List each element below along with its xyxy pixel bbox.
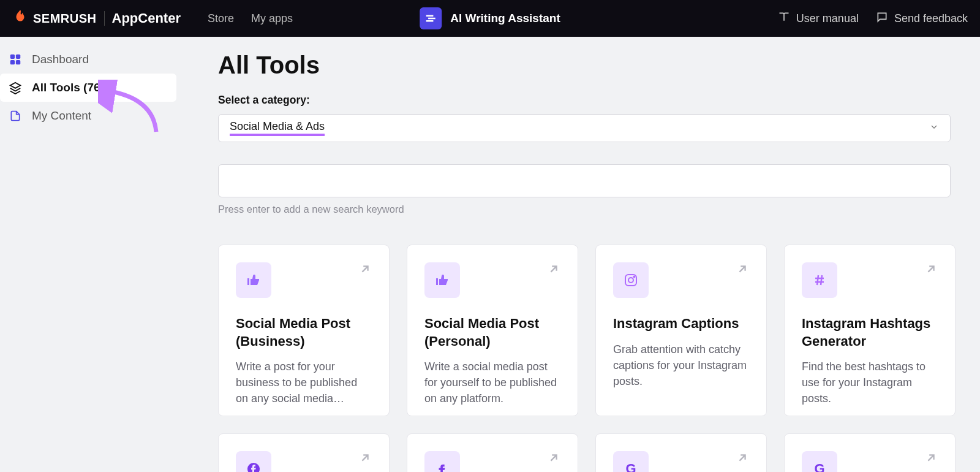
flame-icon [12,9,28,29]
sidebar-item-my-content[interactable]: My Content [0,102,176,130]
divider [104,11,105,26]
nav-links: Store My apps [208,12,293,25]
svg-rect-0 [10,55,15,59]
nav-myapps[interactable]: My apps [251,12,293,25]
send-feedback-label: Send feedback [894,12,968,25]
sidebar-all-tools-label: All Tools (76) [32,81,104,94]
thumb-icon [424,262,460,298]
sidebar-dashboard-label: Dashboard [32,53,89,66]
main-content: All Tools Select a category: Social Medi… [218,37,980,472]
google-icon: G [613,451,649,472]
tool-desc: Write a post for your business to be pub… [236,359,372,406]
tool-card[interactable] [407,433,578,472]
category-select-value: Social Media & Ads [230,120,325,136]
hashtag-icon [802,262,837,298]
sidebar-item-dashboard[interactable]: Dashboard [0,45,176,74]
sidebar-item-all-tools[interactable]: All Tools (76) [0,74,176,102]
app-name: AI Writing Assistant [450,12,560,25]
tool-card[interactable]: Social Media Post (Business) Write a pos… [218,245,390,416]
tool-card[interactable]: G [595,433,767,472]
google-icon: G [802,451,837,472]
tools-grid: Social Media Post (Business) Write a pos… [218,245,956,472]
thumb-icon [236,262,271,298]
top-header: SEMRUSH AppCenter Store My apps AI Writi… [0,0,980,37]
svg-rect-3 [16,60,20,64]
open-icon [547,262,560,278]
tool-card[interactable]: Instagram Hashtags Generator Find the be… [784,245,956,416]
tool-desc: Grab attention with catchy captions for … [613,341,749,389]
page-title: All Tools [218,51,956,79]
tool-title: Instagram Captions [613,315,749,333]
open-icon [736,451,749,467]
user-manual-label: User manual [796,12,859,25]
open-icon [358,262,372,278]
instagram-icon [613,262,649,298]
search-keyword-input[interactable] [218,164,951,197]
tool-title: Instagram Hashtags Generator [802,315,938,350]
chevron-down-icon [929,122,939,134]
brand-text: SEMRUSH [33,12,97,26]
category-label: Select a category: [218,94,956,107]
svg-point-5 [628,278,633,283]
tool-card[interactable] [218,433,390,472]
file-icon [9,109,22,123]
open-icon [547,451,560,467]
send-feedback-link[interactable]: Send feedback [876,11,968,26]
svg-rect-1 [16,55,20,59]
chat-icon [876,11,888,26]
svg-point-6 [634,276,635,278]
brand-logo[interactable]: SEMRUSH [12,9,97,29]
book-icon [778,11,790,26]
tool-card[interactable]: Instagram Captions Grab attention with c… [595,245,767,416]
svg-rect-2 [10,60,15,64]
sidebar: Dashboard All Tools (76) My Content [0,37,176,130]
tool-title: Social Media Post (Personal) [424,315,560,350]
open-icon [736,262,749,278]
open-icon [924,451,938,467]
grid-icon [9,53,22,66]
facebook-icon [236,451,271,472]
tool-desc: Write a social media post for yourself t… [424,359,560,406]
tool-title: Social Media Post (Business) [236,315,372,350]
category-select[interactable]: Social Media & Ads [218,114,951,142]
appcenter-label[interactable]: AppCenter [112,10,181,26]
tool-card[interactable]: Social Media Post (Personal) Write a soc… [407,245,578,416]
nav-store[interactable]: Store [208,12,234,25]
tool-card[interactable]: G [784,433,956,472]
tool-desc: Find the best hashtags to use for your I… [802,359,938,406]
header-actions: User manual Send feedback [778,11,968,26]
sidebar-my-content-label: My Content [32,109,91,123]
search-hint: Press enter to add a new search keyword [218,204,956,215]
open-icon [924,262,938,278]
current-app: AI Writing Assistant [420,7,560,29]
user-manual-link[interactable]: User manual [778,11,859,26]
app-icon [420,7,442,29]
layers-icon [9,81,22,94]
open-icon [358,451,372,467]
facebook-icon [424,451,460,472]
